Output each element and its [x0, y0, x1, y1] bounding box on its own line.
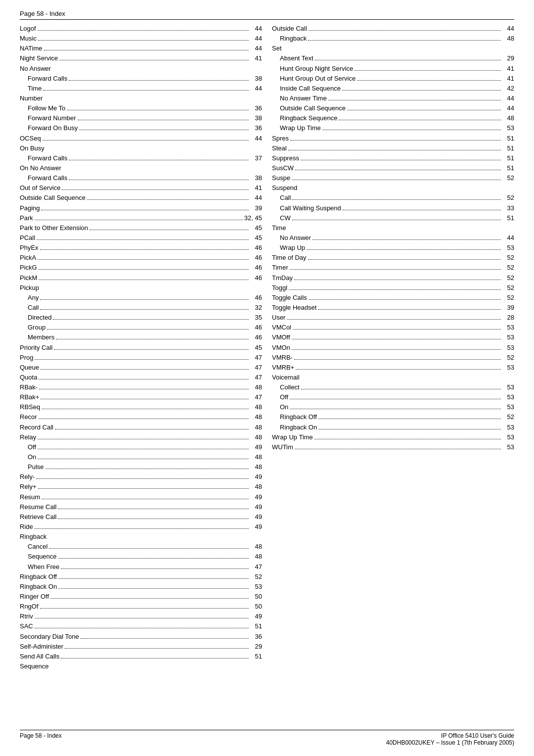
entry-dots — [47, 329, 249, 330]
entry-dots — [293, 329, 501, 330]
entry-page: 52 — [250, 572, 262, 582]
list-item: Number — [20, 94, 262, 103]
list-item: VMRB+53 — [272, 363, 514, 373]
list-item: Wrap Up53 — [272, 243, 514, 253]
entry-label: Priority Call — [20, 343, 52, 353]
entry-page: 53 — [502, 123, 514, 133]
entry-page: 49 — [250, 492, 262, 502]
list-item: Outside Call Sequence44 — [20, 193, 262, 203]
list-item: Members46 — [20, 332, 262, 342]
entry-dots — [290, 269, 501, 270]
entry-dots — [38, 459, 249, 459]
list-item: Ride49 — [20, 522, 262, 532]
list-item: OCSeq44 — [20, 134, 262, 143]
entry-page: 48 — [250, 482, 262, 492]
list-item: Time44 — [20, 84, 262, 94]
entry-dots — [288, 150, 501, 150]
entry-label: On No Answer — [20, 164, 61, 172]
entry-label: NATime — [20, 44, 43, 53]
entry-page: 35 — [250, 313, 262, 323]
list-item: Rtriv49 — [20, 612, 262, 621]
entry-dots — [35, 220, 243, 220]
entry-label: VMCol — [272, 323, 291, 332]
entry-label: On Busy — [20, 144, 44, 152]
entry-page: 38 — [250, 113, 262, 123]
entry-label: Pulse — [28, 462, 44, 472]
entry-dots — [314, 439, 501, 439]
list-item: No Answer44 — [272, 233, 514, 243]
list-item: RBak+47 — [20, 392, 262, 402]
entry-page: 44 — [502, 24, 514, 34]
entry-label: VMOn — [272, 343, 290, 353]
entry-label: Forward Calls — [28, 74, 67, 84]
entry-page: 48 — [250, 462, 262, 472]
entry-page: 53 — [502, 402, 514, 412]
entry-page: 44 — [250, 84, 262, 94]
entry-label: Relay — [20, 432, 36, 442]
page-footer: Page 58 - Index IP Office 5410 User's Gu… — [20, 730, 514, 746]
entry-page: 51 — [250, 652, 262, 662]
entry-page: 44 — [250, 34, 262, 44]
entry-dots — [318, 419, 501, 419]
list-item: Resume Call49 — [20, 502, 262, 512]
list-item: Rely+48 — [20, 482, 262, 492]
entry-page: 48 — [250, 402, 262, 412]
list-item: No Answer Time44 — [272, 94, 514, 103]
entry-label: Secondary Dial Tone — [20, 632, 79, 642]
entry-page: 53 — [502, 423, 514, 432]
entry-label: Pickup — [20, 284, 39, 291]
entry-page: 53 — [502, 332, 514, 342]
entry-page: 51 — [502, 163, 514, 173]
list-item: Ringback Sequence48 — [272, 113, 514, 123]
entry-label: Park to Other Extension — [20, 223, 88, 233]
entry-page: 46 — [250, 263, 262, 273]
entry-dots — [292, 220, 501, 220]
entry-dots — [290, 140, 501, 141]
header-text: Page 58 - Index — [20, 10, 65, 17]
entry-dots — [307, 249, 501, 250]
entry-dots — [39, 389, 249, 389]
list-item: Group46 — [20, 323, 262, 332]
list-item: Call Waiting Suspend33 — [272, 203, 514, 213]
entry-label: Ringback — [280, 34, 307, 44]
list-item: Ringback On53 — [272, 423, 514, 432]
entry-dots — [40, 608, 249, 609]
entry-label: Toggl — [272, 283, 287, 293]
entry-label: Sequence — [20, 662, 49, 670]
list-item: Relay48 — [20, 432, 262, 442]
list-item: Ringback Off52 — [20, 572, 262, 582]
list-item: Toggl52 — [272, 283, 514, 293]
list-item: PickA46 — [20, 253, 262, 263]
entry-dots — [40, 299, 249, 300]
entry-label: Outside Call — [272, 24, 307, 34]
entry-dots — [315, 60, 501, 60]
entry-page: 53 — [502, 363, 514, 373]
list-item: Cancel48 — [20, 542, 262, 552]
entry-page: 48 — [250, 432, 262, 442]
entry-page: 48 — [250, 382, 262, 392]
entry-page: 32 — [250, 303, 262, 313]
list-item: TmDay52 — [272, 273, 514, 283]
entry-page: 51 — [502, 153, 514, 163]
entry-page: 49 — [250, 472, 262, 482]
list-item: Forward Number38 — [20, 113, 262, 123]
list-item: On48 — [20, 452, 262, 462]
entry-label: PhyEx — [20, 243, 39, 253]
entry-page: 41 — [502, 64, 514, 74]
entry-dots — [38, 439, 249, 439]
entry-page: 33 — [502, 203, 514, 213]
entry-label: Resum — [20, 492, 40, 502]
list-item: Inside Call Sequence42 — [272, 84, 514, 94]
entry-label: Ringback Sequence — [280, 113, 337, 123]
entry-label: SAC — [20, 621, 33, 631]
list-item: Wrap Up Time53 — [272, 432, 514, 442]
list-item: PickG46 — [20, 263, 262, 273]
entry-page: 48 — [502, 113, 514, 123]
page-header: Page 58 - Index — [20, 10, 514, 20]
entry-label: Call Waiting Suspend — [280, 203, 341, 213]
list-item: Ringback Off52 — [272, 412, 514, 422]
entry-dots — [41, 369, 249, 370]
entry-dots — [81, 638, 249, 639]
entry-page: 53 — [502, 432, 514, 442]
list-item: PCall45 — [20, 233, 262, 243]
